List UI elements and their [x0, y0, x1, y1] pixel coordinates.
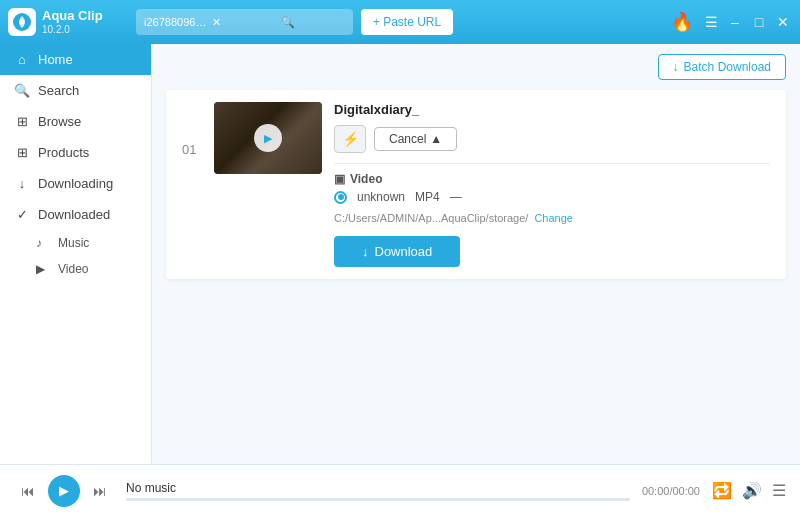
svg-point-1	[20, 20, 25, 25]
sidebar-search-label: Search	[38, 83, 79, 98]
sidebar: ⌂ Home 🔍 Search ⊞ Browse ⊞ Products ↓ Do…	[0, 44, 152, 464]
batch-download-button[interactable]: ↓ Batch Download	[658, 54, 786, 80]
search-clear-icon[interactable]: ✕	[212, 16, 276, 29]
video-nav-icon: ▶	[36, 262, 50, 276]
sidebar-home-label: Home	[38, 52, 73, 67]
app-name: Aqua Clip	[42, 9, 103, 23]
video-type-icon: ▣	[334, 172, 345, 186]
player-track-title: No music	[126, 481, 630, 495]
dl-title: Digitalxdiary_	[334, 102, 770, 117]
sidebar-item-downloaded[interactable]: ✓ Downloaded	[0, 199, 151, 230]
search-nav-icon: 🔍	[14, 83, 30, 98]
app-version: 10.2.0	[42, 24, 103, 35]
music-icon: ♪	[36, 236, 50, 250]
minimize-button[interactable]: –	[726, 15, 744, 29]
dl-format-row: ▣ Video	[334, 172, 770, 186]
download-item-card: 01 ▶ Digitalxdiary_ ⚡ Cancel ▲	[166, 90, 786, 279]
download-icon-small: ↓	[673, 60, 679, 74]
close-button[interactable]: ✕	[774, 15, 792, 29]
sidebar-item-downloading[interactable]: ↓ Downloading	[0, 168, 151, 199]
radio-dot-inner	[338, 194, 344, 200]
chevron-up-icon: ▲	[430, 132, 442, 146]
dl-actions-row: ⚡ Cancel ▲	[334, 125, 770, 153]
sidebar-downloading-label: Downloading	[38, 176, 113, 191]
search-bar[interactable]: i26788096?source=share ✕ 🔍	[136, 9, 353, 35]
dl-info: Digitalxdiary_ ⚡ Cancel ▲ ▣ Video	[334, 102, 770, 267]
paste-url-label: + Paste URL	[373, 15, 441, 29]
batch-download-label: Batch Download	[684, 60, 771, 74]
change-path-link[interactable]: Change	[534, 212, 573, 224]
downloaded-icon: ✓	[14, 207, 30, 222]
sidebar-item-video[interactable]: ▶ Video	[0, 256, 151, 282]
quality-radio[interactable]	[334, 191, 347, 204]
sidebar-item-home[interactable]: ⌂ Home	[0, 44, 151, 75]
sidebar-browse-label: Browse	[38, 114, 81, 129]
sidebar-music-label: Music	[58, 236, 89, 250]
sidebar-downloaded-label: Downloaded	[38, 207, 110, 222]
volume-icon[interactable]: 🔊	[742, 481, 762, 500]
dl-card-top: 01 ▶ Digitalxdiary_ ⚡ Cancel ▲	[182, 102, 770, 267]
player-controls: ⏮ ▶ ⏭	[14, 475, 114, 507]
player-time: 00:00/00:00	[642, 485, 700, 497]
hamburger-icon[interactable]: ☰	[702, 15, 720, 29]
sidebar-item-music[interactable]: ♪ Music	[0, 230, 151, 256]
downloading-icon: ↓	[14, 176, 30, 191]
title-bar: Aqua Clip 10.2.0 i26788096?source=share …	[0, 0, 800, 44]
window-controls: ☰ – □ ✕	[702, 15, 792, 29]
browse-icon: ⊞	[14, 114, 30, 129]
app-logo-icon	[8, 8, 36, 36]
search-icon: 🔍	[281, 16, 345, 29]
content-toolbar: ↓ Batch Download	[152, 44, 800, 90]
file-path-row: C:/Users/ADMIN/Ap...AquaClip/storage/ Ch…	[334, 212, 770, 224]
sidebar-item-products[interactable]: ⊞ Products	[0, 137, 151, 168]
player-progress-bar[interactable]	[126, 498, 630, 501]
format-dash: —	[450, 190, 462, 204]
sidebar-video-label: Video	[58, 262, 88, 276]
search-text: i26788096?source=share	[144, 16, 208, 28]
dl-index: 01	[182, 102, 202, 157]
paste-url-button[interactable]: + Paste URL	[361, 9, 453, 35]
repeat-icon[interactable]: 🔁	[712, 481, 732, 500]
format-label: MP4	[415, 190, 440, 204]
playlist-icon[interactable]: ☰	[772, 481, 786, 500]
sidebar-item-browse[interactable]: ⊞ Browse	[0, 106, 151, 137]
bottom-player: ⏮ ▶ ⏭ No music 00:00/00:00 🔁 🔊 ☰	[0, 464, 800, 516]
video-type-text: Video	[350, 172, 382, 186]
home-icon: ⌂	[14, 52, 30, 67]
quality-label: unknown	[357, 190, 405, 204]
play-button-overlay[interactable]: ▶	[254, 124, 282, 152]
logo-area: Aqua Clip 10.2.0	[8, 8, 128, 36]
cancel-label: Cancel	[389, 132, 426, 146]
content-area: ↓ Batch Download 01 ▶ Digitalxdiary_ ⚡ C…	[152, 44, 800, 464]
video-type-label: ▣ Video	[334, 172, 382, 186]
sidebar-products-label: Products	[38, 145, 89, 160]
logo-text: Aqua Clip 10.2.0	[42, 9, 103, 34]
download-label: Download	[375, 244, 433, 259]
play-pause-button[interactable]: ▶	[48, 475, 80, 507]
main-layout: ⌂ Home 🔍 Search ⊞ Browse ⊞ Products ↓ Do…	[0, 44, 800, 464]
cancel-button[interactable]: Cancel ▲	[374, 127, 457, 151]
maximize-button[interactable]: □	[750, 15, 768, 29]
format-detail-row: unknown MP4 —	[334, 190, 770, 204]
player-info: No music	[126, 481, 630, 501]
divider	[334, 163, 770, 164]
download-arrow-icon: ↓	[362, 244, 369, 259]
sidebar-item-search[interactable]: 🔍 Search	[0, 75, 151, 106]
products-icon: ⊞	[14, 145, 30, 160]
dl-thumbnail: ▶	[214, 102, 322, 174]
player-right-controls: 🔁 🔊 ☰	[712, 481, 786, 500]
file-path-text: C:/Users/ADMIN/Ap...AquaClip/storage/	[334, 212, 528, 224]
flash-button[interactable]: ⚡	[334, 125, 366, 153]
flame-icon: 🔥	[670, 10, 694, 34]
download-button[interactable]: ↓ Download	[334, 236, 460, 267]
prev-button[interactable]: ⏮	[14, 477, 42, 505]
next-button[interactable]: ⏭	[86, 477, 114, 505]
